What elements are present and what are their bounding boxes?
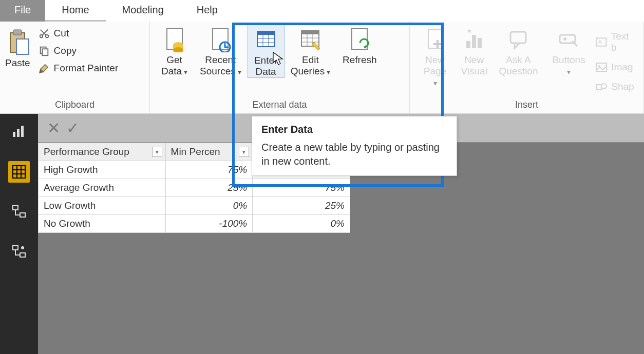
svg-rect-14 (257, 31, 275, 35)
model-view-icon (12, 205, 26, 219)
commit-formula-icon[interactable]: ✓ (66, 119, 79, 137)
svg-rect-27 (466, 41, 470, 48)
ribbon-group-clipboard: Paste Cut Copy Format Painter Clipboard (0, 22, 150, 113)
cell-max[interactable]: 0% (253, 215, 350, 233)
tab-file[interactable]: File (0, 0, 45, 22)
new-page-label: New Page (421, 54, 449, 88)
svg-point-39 (601, 84, 607, 89)
cell-name[interactable]: High Growth (39, 161, 166, 179)
svg-point-52 (22, 247, 24, 249)
mouse-cursor-icon (272, 51, 285, 67)
shapes-icon (596, 82, 607, 91)
cell-max[interactable]: 25% (253, 197, 350, 215)
table-row[interactable]: Average Growth 25% 75% (39, 179, 350, 197)
svg-rect-1 (13, 30, 22, 35)
rail-model-view[interactable] (8, 201, 30, 223)
refresh-button[interactable]: Refresh (336, 25, 383, 66)
rail-relationship-view[interactable] (8, 241, 30, 263)
relationship-view-icon (12, 245, 26, 259)
filter-dropdown-icon[interactable]: ▾ (152, 147, 162, 157)
enter-data-icon (255, 28, 277, 53)
svg-rect-50 (13, 246, 18, 250)
copy-label: Copy (54, 45, 77, 56)
text-box-button[interactable]: A Text b (594, 28, 638, 56)
tab-home[interactable]: Home (45, 0, 105, 22)
svg-rect-31 (510, 32, 526, 43)
get-data-label: Get Data (161, 54, 187, 77)
svg-rect-2 (16, 39, 29, 54)
nav-rail (0, 114, 38, 354)
group-label-insert: Insert (415, 97, 638, 112)
cut-button[interactable]: Cut (36, 25, 121, 42)
rail-data-view[interactable] (8, 161, 30, 183)
report-view-icon (12, 125, 26, 139)
edit-queries-label: Edit Queries (291, 54, 330, 77)
tooltip-title: Enter Data (261, 124, 447, 135)
svg-rect-26 (428, 30, 442, 48)
table-row[interactable]: No Growth -100% 0% (39, 215, 350, 233)
svg-text:A: A (598, 39, 602, 45)
paste-button[interactable]: Paste (5, 25, 30, 69)
new-visual-label: New Visual (461, 54, 487, 77)
header-label: Min Percen (171, 146, 220, 157)
scissors-icon (39, 28, 50, 39)
column-header-min-percent[interactable]: Min Percen ▾ (165, 143, 253, 161)
table-row[interactable]: Low Growth 0% 25% (39, 197, 350, 215)
brush-icon (39, 63, 50, 74)
format-painter-button[interactable]: Format Painter (36, 60, 121, 77)
data-view-icon (12, 165, 26, 179)
refresh-icon (349, 28, 370, 52)
shapes-button[interactable]: Shap (594, 78, 638, 95)
new-page-icon (424, 28, 446, 52)
rail-report-view[interactable] (8, 121, 30, 143)
cell-min[interactable]: 25% (165, 179, 253, 197)
svg-rect-49 (20, 213, 25, 217)
ribbon-group-external-data: Get Data Recent Sources Enter Data Edit … (150, 22, 410, 113)
get-data-icon (164, 28, 185, 52)
filter-dropdown-icon[interactable]: ▾ (239, 147, 249, 157)
cell-name[interactable]: Low Growth (39, 197, 166, 215)
new-page-button[interactable]: New Page (415, 25, 455, 88)
new-visual-button[interactable]: ✶ New Visual (455, 25, 493, 77)
svg-rect-28 (472, 35, 476, 48)
buttons-button[interactable]: Buttons (544, 25, 594, 77)
recent-sources-button[interactable]: Recent Sources (194, 25, 248, 77)
recent-sources-icon (210, 28, 231, 52)
recent-sources-label: Recent Sources (200, 54, 241, 77)
edit-queries-icon (299, 28, 321, 52)
cancel-formula-icon[interactable]: ✕ (47, 119, 60, 137)
tooltip-desc: Create a new table by typing or pasting … (261, 141, 447, 168)
cell-name[interactable]: Average Growth (39, 179, 166, 197)
image-button[interactable]: Imag (594, 58, 638, 76)
svg-rect-38 (596, 85, 601, 90)
cell-name[interactable]: No Growth (39, 215, 166, 233)
get-data-button[interactable]: Get Data (155, 25, 194, 77)
svg-rect-43 (13, 166, 25, 178)
cell-max[interactable]: 75% (253, 179, 350, 197)
svg-point-33 (563, 37, 566, 41)
svg-rect-20 (301, 31, 319, 34)
ask-a-question-label: Ask A Question (499, 54, 538, 77)
bar-chart-icon: ✶ (463, 28, 485, 52)
refresh-label: Refresh (343, 54, 377, 66)
column-header-performance-group[interactable]: Performance Group ▾ (39, 143, 166, 161)
tab-help[interactable]: Help (180, 0, 234, 22)
paste-icon (5, 28, 30, 55)
shapes-label: Shap (611, 81, 634, 92)
speech-bubble-icon (507, 28, 529, 52)
svg-rect-29 (478, 38, 482, 48)
cell-min[interactable]: 0% (165, 197, 253, 215)
svg-text:✶: ✶ (466, 28, 472, 35)
text-box-label: Text b (611, 31, 636, 53)
image-icon (596, 63, 607, 72)
cut-label: Cut (54, 28, 69, 39)
copy-button[interactable]: Copy (36, 42, 121, 60)
edit-queries-button[interactable]: Edit Queries (285, 25, 336, 77)
paste-label: Paste (5, 57, 30, 69)
cell-min[interactable]: -100% (165, 215, 253, 233)
cell-min[interactable]: 75% (165, 161, 253, 179)
ask-a-question-button[interactable]: Ask A Question (493, 25, 543, 77)
enter-data-tooltip: Enter Data Create a new table by typing … (252, 116, 457, 176)
ribbon: Paste Cut Copy Format Painter Clipboard (0, 22, 644, 114)
tab-modeling[interactable]: Modeling (106, 0, 180, 22)
